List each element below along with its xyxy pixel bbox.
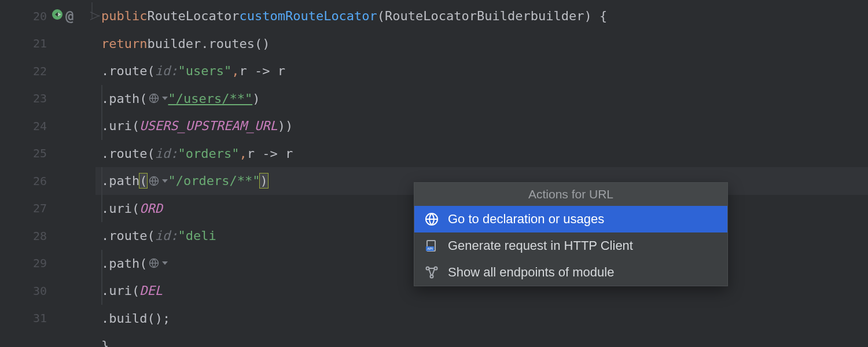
method-call: route xyxy=(109,228,147,243)
popup-item-label: Show all endpoints of module xyxy=(448,265,614,280)
line-number: 27 xyxy=(24,201,47,215)
code-line[interactable]: .route( id: "orders", r -> r xyxy=(95,140,868,168)
matched-paren: ( xyxy=(139,174,147,188)
type-name: RouteLocator xyxy=(147,9,239,23)
constant: ORD xyxy=(139,201,163,216)
code-line[interactable]: } xyxy=(95,332,868,347)
string-literal: "orders" xyxy=(178,146,239,161)
line-number: 29 xyxy=(24,256,47,270)
method-call: path xyxy=(109,91,139,106)
line-number: 22 xyxy=(24,64,47,78)
url-actions-popup: Actions for URL Go to declaration or usa… xyxy=(414,182,728,286)
chevron-down-icon[interactable] xyxy=(162,97,168,100)
keyword: public xyxy=(101,9,147,23)
line-number: 30 xyxy=(24,284,47,298)
gutter-icons: @ xyxy=(52,8,92,24)
run-gutter-icon[interactable] xyxy=(52,9,63,23)
popup-item-generate-http[interactable]: API Generate request in HTTP Client xyxy=(414,232,727,259)
chevron-down-icon[interactable] xyxy=(162,179,168,183)
api-icon: API xyxy=(425,239,439,253)
code-line[interactable]: .uri(USERS_UPSTREAM_URL)) xyxy=(95,112,868,140)
inlay-hint: id: xyxy=(155,228,178,243)
popup-item-label: Generate request in HTTP Client xyxy=(448,238,633,253)
inlay-hint: id: xyxy=(155,64,178,78)
method-call: path xyxy=(109,174,139,188)
url-globe-icon[interactable] xyxy=(149,93,159,104)
method-declaration: customRouteLocator xyxy=(239,9,377,23)
line-number: 23 xyxy=(24,91,47,105)
method-call: uri xyxy=(109,119,132,133)
line-number: 26 xyxy=(24,174,47,188)
variable: builder xyxy=(147,36,201,51)
inlay-hint: id: xyxy=(155,146,178,161)
line-number: 31 xyxy=(24,311,47,325)
bean-annotation-icon[interactable]: @ xyxy=(65,8,73,24)
parameter: builder xyxy=(531,9,584,23)
code-line[interactable]: public RouteLocator customRouteLocator(R… xyxy=(95,2,868,30)
code-line[interactable]: .path("/users/**") xyxy=(95,85,868,113)
method-call: routes xyxy=(208,36,254,51)
popup-item-show-endpoints[interactable]: Show all endpoints of module xyxy=(414,259,727,286)
code-line[interactable]: return builder.routes() xyxy=(95,30,868,58)
code-editor: 20 @ 21 22 23 24 25 26 27 28 29 30 31 pu… xyxy=(0,0,868,347)
line-number: 28 xyxy=(24,229,47,243)
line-number: 24 xyxy=(24,119,47,133)
constant: DEL xyxy=(139,283,163,298)
chevron-down-icon[interactable] xyxy=(162,261,168,265)
method-call: build xyxy=(109,311,147,326)
matched-paren: ) xyxy=(260,174,267,188)
url-path-literal[interactable]: "/users/**" xyxy=(168,91,252,106)
brace-close: } xyxy=(101,338,109,347)
line-number: 20 xyxy=(24,9,47,23)
gutter-row: 20 @ xyxy=(0,2,95,30)
keyword: return xyxy=(101,36,147,51)
code-line[interactable]: .route( id: "users", r -> r xyxy=(95,57,868,85)
string-literal: "deli xyxy=(178,228,216,243)
globe-icon xyxy=(425,212,439,226)
url-globe-icon[interactable] xyxy=(149,258,159,268)
url-globe-icon[interactable] xyxy=(149,176,159,186)
code-content[interactable]: public RouteLocator customRouteLocator(R… xyxy=(95,0,868,347)
method-call: route xyxy=(109,146,147,161)
endpoints-icon xyxy=(425,265,439,279)
method-call: uri xyxy=(109,201,132,216)
popup-item-label: Go to declaration or usages xyxy=(448,212,604,227)
method-call: route xyxy=(109,64,147,78)
method-call: path xyxy=(109,256,139,271)
lambda: r -> r xyxy=(247,146,293,161)
type-name: RouteLocatorBuilder xyxy=(385,9,531,23)
popup-title: Actions for URL xyxy=(414,183,727,206)
lambda: r -> r xyxy=(239,64,285,78)
popup-item-goto-declaration[interactable]: Go to declaration or usages xyxy=(414,206,727,232)
code-line[interactable]: .build(); xyxy=(95,305,868,333)
method-call: uri xyxy=(109,283,132,298)
url-path-literal[interactable]: "/orders/**" xyxy=(168,174,260,188)
string-literal: "users" xyxy=(178,64,231,78)
constant: USERS_UPSTREAM_URL xyxy=(139,119,277,133)
line-number: 21 xyxy=(24,36,47,50)
svg-text:API: API xyxy=(427,247,433,250)
editor-gutter: 20 @ 21 22 23 24 25 26 27 28 29 30 31 xyxy=(0,0,95,347)
line-number: 25 xyxy=(24,146,47,160)
